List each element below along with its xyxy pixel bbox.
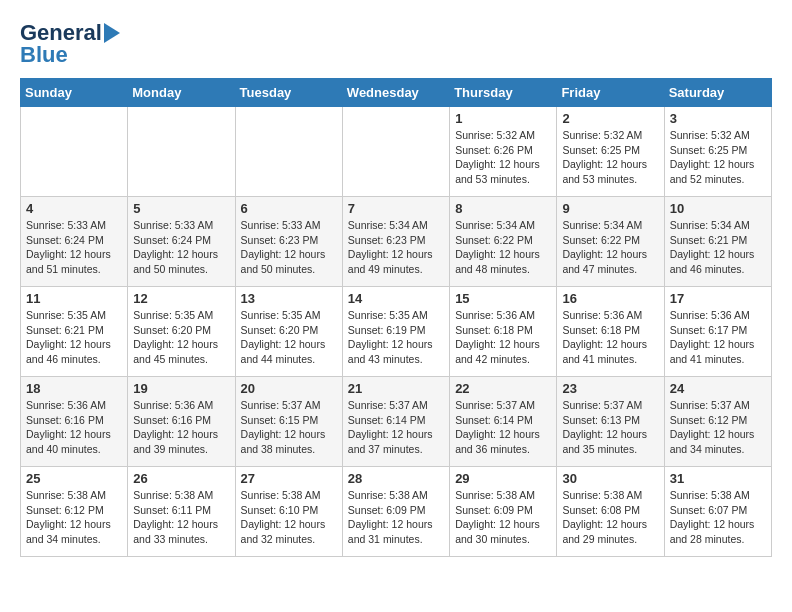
calendar-body: 1Sunrise: 5:32 AM Sunset: 6:26 PM Daylig… [21, 107, 772, 557]
calendar-cell: 21Sunrise: 5:37 AM Sunset: 6:14 PM Dayli… [342, 377, 449, 467]
calendar-cell: 23Sunrise: 5:37 AM Sunset: 6:13 PM Dayli… [557, 377, 664, 467]
calendar-cell: 26Sunrise: 5:38 AM Sunset: 6:11 PM Dayli… [128, 467, 235, 557]
day-number: 12 [133, 291, 229, 306]
day-content: Sunrise: 5:38 AM Sunset: 6:09 PM Dayligh… [455, 488, 551, 547]
day-number: 9 [562, 201, 658, 216]
calendar-week-2: 4Sunrise: 5:33 AM Sunset: 6:24 PM Daylig… [21, 197, 772, 287]
day-content: Sunrise: 5:35 AM Sunset: 6:20 PM Dayligh… [133, 308, 229, 367]
day-number: 18 [26, 381, 122, 396]
day-content: Sunrise: 5:34 AM Sunset: 6:22 PM Dayligh… [562, 218, 658, 277]
calendar-cell: 10Sunrise: 5:34 AM Sunset: 6:21 PM Dayli… [664, 197, 771, 287]
calendar-cell: 2Sunrise: 5:32 AM Sunset: 6:25 PM Daylig… [557, 107, 664, 197]
day-number: 23 [562, 381, 658, 396]
header-saturday: Saturday [664, 79, 771, 107]
day-number: 13 [241, 291, 337, 306]
day-content: Sunrise: 5:34 AM Sunset: 6:21 PM Dayligh… [670, 218, 766, 277]
page-header: General Blue [20, 20, 772, 68]
day-content: Sunrise: 5:34 AM Sunset: 6:23 PM Dayligh… [348, 218, 444, 277]
day-content: Sunrise: 5:35 AM Sunset: 6:20 PM Dayligh… [241, 308, 337, 367]
day-content: Sunrise: 5:36 AM Sunset: 6:16 PM Dayligh… [133, 398, 229, 457]
calendar-cell [128, 107, 235, 197]
day-number: 6 [241, 201, 337, 216]
calendar-cell: 5Sunrise: 5:33 AM Sunset: 6:24 PM Daylig… [128, 197, 235, 287]
day-number: 26 [133, 471, 229, 486]
day-number: 29 [455, 471, 551, 486]
day-number: 31 [670, 471, 766, 486]
day-number: 7 [348, 201, 444, 216]
logo-arrow-icon [104, 23, 120, 43]
day-content: Sunrise: 5:33 AM Sunset: 6:24 PM Dayligh… [133, 218, 229, 277]
day-number: 14 [348, 291, 444, 306]
logo: General Blue [20, 20, 120, 68]
calendar-cell: 1Sunrise: 5:32 AM Sunset: 6:26 PM Daylig… [450, 107, 557, 197]
calendar-cell: 9Sunrise: 5:34 AM Sunset: 6:22 PM Daylig… [557, 197, 664, 287]
calendar-cell: 17Sunrise: 5:36 AM Sunset: 6:17 PM Dayli… [664, 287, 771, 377]
day-content: Sunrise: 5:36 AM Sunset: 6:18 PM Dayligh… [455, 308, 551, 367]
day-content: Sunrise: 5:38 AM Sunset: 6:08 PM Dayligh… [562, 488, 658, 547]
calendar-header: SundayMondayTuesdayWednesdayThursdayFrid… [21, 79, 772, 107]
day-number: 24 [670, 381, 766, 396]
header-wednesday: Wednesday [342, 79, 449, 107]
day-number: 28 [348, 471, 444, 486]
day-content: Sunrise: 5:36 AM Sunset: 6:18 PM Dayligh… [562, 308, 658, 367]
calendar-cell: 6Sunrise: 5:33 AM Sunset: 6:23 PM Daylig… [235, 197, 342, 287]
calendar-cell: 18Sunrise: 5:36 AM Sunset: 6:16 PM Dayli… [21, 377, 128, 467]
calendar-cell: 19Sunrise: 5:36 AM Sunset: 6:16 PM Dayli… [128, 377, 235, 467]
header-monday: Monday [128, 79, 235, 107]
day-content: Sunrise: 5:38 AM Sunset: 6:12 PM Dayligh… [26, 488, 122, 547]
day-number: 16 [562, 291, 658, 306]
day-content: Sunrise: 5:38 AM Sunset: 6:11 PM Dayligh… [133, 488, 229, 547]
day-number: 3 [670, 111, 766, 126]
day-content: Sunrise: 5:38 AM Sunset: 6:10 PM Dayligh… [241, 488, 337, 547]
header-tuesday: Tuesday [235, 79, 342, 107]
day-number: 19 [133, 381, 229, 396]
day-number: 8 [455, 201, 551, 216]
day-content: Sunrise: 5:35 AM Sunset: 6:21 PM Dayligh… [26, 308, 122, 367]
day-number: 17 [670, 291, 766, 306]
calendar-cell: 4Sunrise: 5:33 AM Sunset: 6:24 PM Daylig… [21, 197, 128, 287]
calendar-week-4: 18Sunrise: 5:36 AM Sunset: 6:16 PM Dayli… [21, 377, 772, 467]
calendar-cell: 27Sunrise: 5:38 AM Sunset: 6:10 PM Dayli… [235, 467, 342, 557]
calendar-cell: 14Sunrise: 5:35 AM Sunset: 6:19 PM Dayli… [342, 287, 449, 377]
day-number: 25 [26, 471, 122, 486]
calendar-week-5: 25Sunrise: 5:38 AM Sunset: 6:12 PM Dayli… [21, 467, 772, 557]
calendar-cell: 3Sunrise: 5:32 AM Sunset: 6:25 PM Daylig… [664, 107, 771, 197]
day-content: Sunrise: 5:32 AM Sunset: 6:25 PM Dayligh… [562, 128, 658, 187]
calendar-week-1: 1Sunrise: 5:32 AM Sunset: 6:26 PM Daylig… [21, 107, 772, 197]
day-number: 5 [133, 201, 229, 216]
day-number: 4 [26, 201, 122, 216]
day-content: Sunrise: 5:37 AM Sunset: 6:14 PM Dayligh… [455, 398, 551, 457]
day-number: 27 [241, 471, 337, 486]
day-number: 1 [455, 111, 551, 126]
calendar-cell: 22Sunrise: 5:37 AM Sunset: 6:14 PM Dayli… [450, 377, 557, 467]
day-number: 22 [455, 381, 551, 396]
logo-blue: Blue [20, 42, 68, 68]
day-content: Sunrise: 5:37 AM Sunset: 6:13 PM Dayligh… [562, 398, 658, 457]
calendar-cell: 8Sunrise: 5:34 AM Sunset: 6:22 PM Daylig… [450, 197, 557, 287]
day-content: Sunrise: 5:32 AM Sunset: 6:26 PM Dayligh… [455, 128, 551, 187]
day-number: 10 [670, 201, 766, 216]
calendar-cell: 15Sunrise: 5:36 AM Sunset: 6:18 PM Dayli… [450, 287, 557, 377]
day-content: Sunrise: 5:37 AM Sunset: 6:15 PM Dayligh… [241, 398, 337, 457]
calendar-cell: 25Sunrise: 5:38 AM Sunset: 6:12 PM Dayli… [21, 467, 128, 557]
day-content: Sunrise: 5:36 AM Sunset: 6:17 PM Dayligh… [670, 308, 766, 367]
calendar-week-3: 11Sunrise: 5:35 AM Sunset: 6:21 PM Dayli… [21, 287, 772, 377]
calendar-cell: 20Sunrise: 5:37 AM Sunset: 6:15 PM Dayli… [235, 377, 342, 467]
calendar-cell: 28Sunrise: 5:38 AM Sunset: 6:09 PM Dayli… [342, 467, 449, 557]
calendar-table: SundayMondayTuesdayWednesdayThursdayFrid… [20, 78, 772, 557]
calendar-cell: 30Sunrise: 5:38 AM Sunset: 6:08 PM Dayli… [557, 467, 664, 557]
day-number: 30 [562, 471, 658, 486]
day-content: Sunrise: 5:36 AM Sunset: 6:16 PM Dayligh… [26, 398, 122, 457]
day-content: Sunrise: 5:33 AM Sunset: 6:24 PM Dayligh… [26, 218, 122, 277]
calendar-cell: 29Sunrise: 5:38 AM Sunset: 6:09 PM Dayli… [450, 467, 557, 557]
calendar-cell [21, 107, 128, 197]
day-content: Sunrise: 5:33 AM Sunset: 6:23 PM Dayligh… [241, 218, 337, 277]
calendar-cell: 16Sunrise: 5:36 AM Sunset: 6:18 PM Dayli… [557, 287, 664, 377]
calendar-cell [342, 107, 449, 197]
calendar-cell [235, 107, 342, 197]
day-number: 21 [348, 381, 444, 396]
day-number: 11 [26, 291, 122, 306]
day-content: Sunrise: 5:35 AM Sunset: 6:19 PM Dayligh… [348, 308, 444, 367]
header-sunday: Sunday [21, 79, 128, 107]
day-content: Sunrise: 5:38 AM Sunset: 6:07 PM Dayligh… [670, 488, 766, 547]
